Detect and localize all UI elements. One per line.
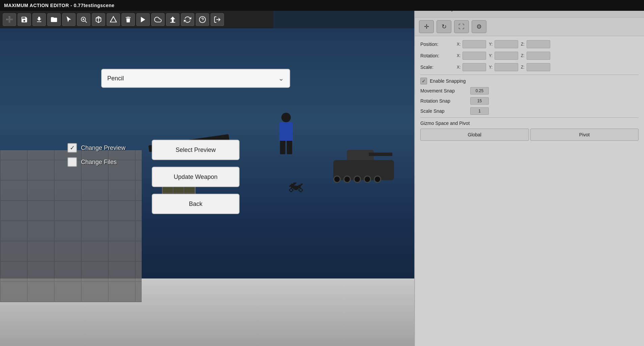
- tank: [330, 147, 397, 180]
- logout-button[interactable]: [211, 13, 224, 26]
- scale-row: Scale: X: Y: Z:: [420, 63, 639, 71]
- scale-x-input[interactable]: [463, 63, 486, 71]
- char-body: [279, 122, 293, 141]
- rotation-z-input[interactable]: [527, 52, 550, 60]
- char-legs: [276, 141, 296, 154]
- pivot-button[interactable]: Pivot: [530, 129, 639, 141]
- rotation-y-group: Y:: [489, 52, 518, 60]
- zoom-button[interactable]: [77, 13, 90, 26]
- rotation-snap-value[interactable]: 15: [470, 97, 489, 105]
- scale-snap-row: Scale Snap 1: [420, 107, 639, 115]
- update-weapon-button[interactable]: Update Weapon: [152, 167, 240, 187]
- move-button[interactable]: ✛: [419, 20, 434, 33]
- rotation-row: Rotation: X: Y: Z:: [420, 52, 639, 60]
- scale-snap-value[interactable]: 1: [470, 107, 489, 115]
- position-x-group: X:: [457, 40, 486, 48]
- change-preview-checkbox[interactable]: ✓: [67, 143, 77, 153]
- toolbar: ➕: [0, 11, 273, 28]
- open-button[interactable]: [47, 13, 61, 26]
- scale-z-group: Z:: [521, 63, 550, 71]
- rotation-snap-label: Rotation Snap: [420, 98, 468, 104]
- rotation-z-label: Z:: [521, 53, 525, 58]
- char-head: [281, 113, 291, 122]
- stone-wall: [0, 150, 142, 302]
- position-z-label: Z:: [521, 42, 525, 47]
- divider-2: [420, 117, 639, 118]
- rotation-y-label: Y:: [489, 53, 493, 58]
- action-buttons: Select Preview Update Weapon Back: [152, 140, 240, 214]
- checkboxes-container: ✓ Change Preview Change Files: [67, 143, 125, 171]
- scale-label: Scale:: [420, 64, 454, 70]
- char-leg-left: [280, 141, 285, 154]
- tank-barrel: [369, 153, 392, 156]
- cube-button[interactable]: [92, 13, 105, 26]
- panel-toolbar: ✛ ↻ ⛶ ⚙: [415, 18, 644, 36]
- position-y-input[interactable]: [495, 40, 518, 48]
- svg-line-8: [110, 17, 113, 22]
- enable-snapping-label: Enable Snapping: [430, 78, 466, 84]
- scale-snap-label: Scale Snap: [420, 108, 468, 114]
- scale-y-group: Y:: [489, 63, 518, 71]
- delete-button[interactable]: [121, 13, 135, 26]
- enable-snapping-row: ✓ Enable Snapping: [420, 78, 639, 84]
- scale-z-label: Z:: [521, 65, 525, 70]
- rotation-x-input[interactable]: [463, 52, 486, 60]
- cloud-button[interactable]: [151, 13, 165, 26]
- svg-marker-9: [141, 17, 145, 23]
- position-x-input[interactable]: [463, 40, 486, 48]
- tank-wheels: [333, 176, 381, 183]
- rotation-z-group: Z:: [521, 52, 550, 60]
- change-files-checkbox[interactable]: [67, 157, 77, 167]
- weapon-select-value: Pencil: [107, 75, 124, 82]
- global-button[interactable]: Global: [420, 129, 529, 141]
- scale-x-group: X:: [457, 63, 486, 71]
- select-preview-button[interactable]: Select Preview: [152, 140, 240, 160]
- pyramid-button[interactable]: [107, 13, 120, 26]
- gizmo-buttons: Global Pivot: [420, 129, 639, 141]
- position-z-input[interactable]: [527, 40, 550, 48]
- movement-snap-value[interactable]: 0.25: [470, 87, 489, 95]
- scale-full-button[interactable]: ⛶: [454, 20, 469, 33]
- change-preview-row: ✓ Change Preview: [67, 143, 125, 153]
- play-button[interactable]: [136, 13, 150, 26]
- char-leg-right: [287, 141, 292, 154]
- position-x-label: X:: [457, 42, 460, 47]
- character: [276, 113, 296, 157]
- scale-z-input[interactable]: [527, 63, 550, 71]
- svg-marker-6: [110, 17, 116, 22]
- position-y-label: Y:: [489, 42, 493, 47]
- position-label: Position:: [420, 42, 454, 47]
- help-button[interactable]: [196, 13, 209, 26]
- change-files-row: Change Files: [67, 157, 125, 167]
- settings-button[interactable]: ⚙: [472, 20, 486, 33]
- rotation-x-label: X:: [457, 53, 460, 58]
- position-row: Position: X: Y: Z:: [420, 40, 639, 48]
- app-title: MAXIMUM ACTION EDITOR - 0.77testingscene: [4, 3, 114, 8]
- save-button[interactable]: [18, 13, 31, 26]
- weapon-dropdown: Pencil ⌄: [101, 69, 290, 88]
- svg-line-1: [85, 21, 87, 23]
- properties-section: Position: X: Y: Z: Rotation: X: Y:: [415, 36, 644, 145]
- select-button[interactable]: [62, 13, 76, 26]
- rotation-y-input[interactable]: [495, 52, 518, 60]
- movement-snap-label: Movement Snap: [420, 88, 468, 94]
- change-preview-label: Change Preview: [81, 144, 125, 152]
- change-files-label: Change Files: [81, 159, 117, 166]
- new-button[interactable]: ➕: [3, 13, 16, 26]
- title-bar: MAXIMUM ACTION EDITOR - 0.77testingscene: [0, 0, 644, 11]
- position-z-group: Z:: [521, 40, 550, 48]
- enable-snapping-checkbox[interactable]: ✓: [420, 78, 427, 84]
- back-button[interactable]: Back: [152, 194, 240, 214]
- weapon-select[interactable]: Pencil ⌄: [101, 69, 290, 88]
- save-as-button[interactable]: [32, 13, 46, 26]
- rotation-snap-row: Rotation Snap 15: [420, 97, 639, 105]
- right-panel: Select an Object ✛ ↻ ⛶ ⚙ Position: X: Y:…: [414, 0, 644, 346]
- gizmo-label: Gizmo Space and Pivot: [420, 121, 639, 126]
- refresh-button[interactable]: [181, 13, 194, 26]
- rotate-button[interactable]: ↻: [437, 20, 451, 33]
- export-button[interactable]: [166, 13, 179, 26]
- divider-1: [420, 75, 639, 75]
- scale-y-input[interactable]: [495, 63, 518, 71]
- svg-line-7: [113, 17, 116, 22]
- rotation-x-group: X:: [457, 52, 486, 60]
